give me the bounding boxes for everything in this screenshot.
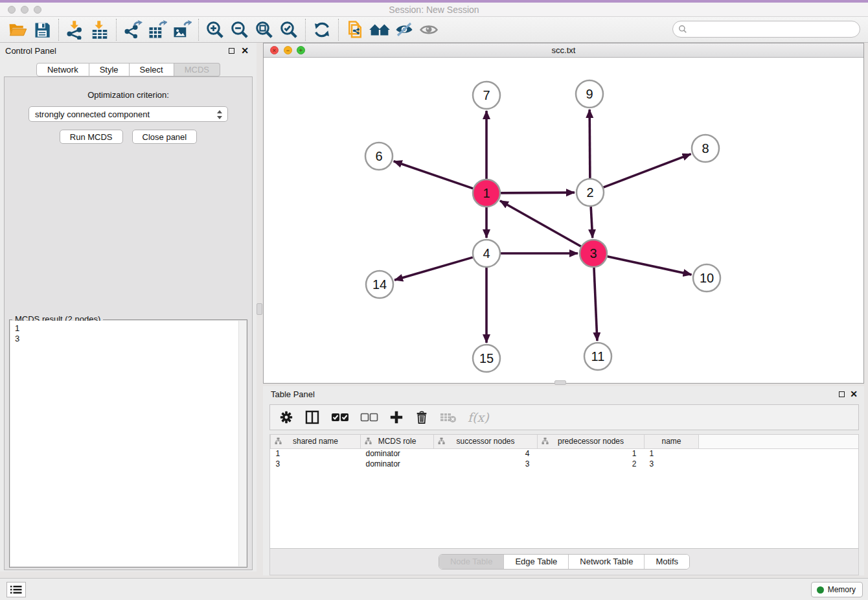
graph-node-6[interactable]: 6 [365,143,393,170]
float-table-panel-icon[interactable] [839,391,845,397]
graph-node-9[interactable]: 9 [576,80,603,108]
show-hide-eye-icon[interactable] [417,19,441,41]
criterion-select[interactable]: strongly connected component [29,106,228,122]
close-panel-button[interactable]: Close panel [132,130,198,144]
table-cell[interactable]: 3 [434,459,538,469]
graph-node-2[interactable]: 2 [577,179,604,206]
table-cell[interactable]: dominator [361,459,434,469]
toggle-graphics-details-icon[interactable] [392,19,417,41]
graph-node-4[interactable]: 4 [473,240,500,267]
zoom-in-icon[interactable] [203,19,227,41]
graph-edge-2-9[interactable] [589,110,590,178]
graph-node-10[interactable]: 10 [693,264,720,292]
close-panel-icon[interactable]: ✕ [241,45,249,56]
graph-edge-3-10[interactable] [607,257,691,275]
graph-node-1[interactable]: 1 [473,179,500,207]
graph-edge-1-2[interactable] [501,192,575,193]
table-cell[interactable]: 3 [645,459,699,469]
tab-network-table[interactable]: Network Table [568,555,644,569]
graph-node-15[interactable]: 15 [473,345,500,372]
panel-resize-grip-vertical[interactable] [257,303,262,315]
duplicate-network-icon[interactable] [343,19,367,41]
search-input[interactable] [672,21,860,38]
graph-edge-4-14[interactable] [394,257,473,280]
mcds-result-item[interactable]: 1 [15,323,246,334]
attribute-icon [275,437,282,446]
table-cell[interactable]: 1 [538,448,645,459]
import-table-icon[interactable] [87,19,112,41]
save-session-icon[interactable] [30,19,54,41]
graph-node-label: 2 [586,185,593,200]
table-cell[interactable]: dominator [361,448,434,459]
show-columns-icon[interactable] [304,410,320,425]
tab-network[interactable]: Network [36,63,89,76]
tab-edge-table[interactable]: Edge Table [503,555,568,569]
table-mode-gear-icon[interactable] [279,410,293,424]
toolbar-separator [338,19,339,41]
table-row[interactable]: 1dominator411 [271,448,859,459]
tab-mcds[interactable]: MCDS [174,63,220,76]
graph-node-label: 3 [589,246,597,260]
network-canvas[interactable]: 7968124314101511 [264,58,863,383]
column-header-mcds-role[interactable]: MCDS role [361,435,434,448]
graph-edge-3-11[interactable] [594,268,597,341]
graph-node-14[interactable]: 14 [366,271,393,298]
select-all-columns-icon[interactable] [331,412,349,422]
graph-node-7[interactable]: 7 [473,82,500,109]
column-header-successor-nodes[interactable]: successor nodes [434,435,538,448]
attribute-icon [438,437,445,446]
graph-edge-3-1[interactable] [500,201,581,246]
graph-node-3[interactable]: 3 [580,240,607,267]
graph-edge-2-8[interactable] [604,154,691,188]
mcds-result-scrollbar[interactable] [238,321,246,566]
graph-node-label: 11 [591,349,605,363]
zoom-out-icon[interactable] [227,19,252,41]
mcds-result-item[interactable]: 3 [15,334,246,344]
home-layout-icon[interactable] [367,19,392,41]
run-mcds-button[interactable]: Run MCDS [60,130,123,144]
zoom-selected-icon[interactable] [277,19,301,41]
tab-node-table[interactable]: Node Table [439,555,504,569]
fx-label: f(x) [468,410,489,424]
deselect-all-columns-icon[interactable] [360,412,378,422]
open-session-icon[interactable] [5,19,30,41]
table-cell[interactable]: 2 [538,459,645,469]
export-network-icon[interactable] [120,19,145,41]
column-header-name[interactable]: name [645,435,699,448]
column-header-predecessor-nodes[interactable]: predecessor nodes [538,435,645,448]
export-table-icon[interactable] [145,19,170,41]
optimization-criterion-label: Optimization criterion: [5,90,252,100]
table-row[interactable]: 3dominator323 [271,459,859,469]
column-header-filler [699,435,859,448]
tab-motifs[interactable]: Motifs [644,555,689,569]
table-cell[interactable]: 1 [645,448,699,459]
task-history-button[interactable] [6,582,26,597]
network-window-titlebar[interactable]: × − + scc.txt [264,43,863,58]
panel-resize-grip-horizontal[interactable] [554,380,566,385]
table-cell-filler [699,459,859,469]
memory-button[interactable]: Memory [811,582,863,597]
app-title: Session: New Session [0,5,868,15]
graph-edge-2-3[interactable] [591,207,593,238]
zoom-fit-icon[interactable] [252,19,277,41]
memory-label: Memory [828,585,856,594]
graph-edge-1-6[interactable] [394,161,473,189]
add-column-icon[interactable] [389,410,404,424]
tab-style[interactable]: Style [89,63,130,76]
refresh-view-icon[interactable] [310,19,334,41]
table-cell[interactable]: 4 [434,448,538,459]
table-toolbar: f(x) [269,404,859,430]
graph-node-8[interactable]: 8 [692,135,719,162]
main-toolbar [0,17,868,43]
tab-select[interactable]: Select [130,63,174,76]
import-network-icon[interactable] [63,19,87,41]
export-image-icon[interactable] [170,19,194,41]
column-header-shared-name[interactable]: shared name [271,435,361,448]
delete-columns-trash-icon[interactable] [415,410,429,424]
table-cell[interactable]: 1 [271,448,361,459]
table-header-row: shared name MCDS role successor nodes pr… [271,435,859,448]
close-table-panel-icon[interactable]: ✕ [850,388,858,400]
float-panel-icon[interactable] [229,48,234,54]
graph-node-11[interactable]: 11 [584,343,611,370]
table-cell[interactable]: 3 [271,459,361,469]
